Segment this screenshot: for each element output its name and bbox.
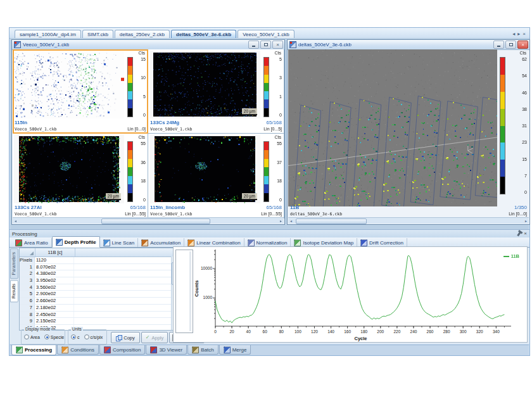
cell-value[interactable]: 3.950e02 xyxy=(35,277,74,284)
horizontal-scrollbar[interactable]: ◂ ▸ xyxy=(288,217,529,224)
row-label: 7 xyxy=(20,305,35,311)
file-name: deltas_500eV_3e-6.ckb xyxy=(290,211,342,217)
ion-image[interactable] xyxy=(14,51,124,118)
processing-tab-depth-profile[interactable]: Depth Profile xyxy=(52,236,100,248)
processing-tab-line-scan[interactable]: Line Scan xyxy=(100,238,139,247)
table-column-header[interactable]: 11B [c] xyxy=(35,248,75,256)
module-tab-merge[interactable]: Merge xyxy=(219,345,251,355)
pin-icon[interactable] xyxy=(517,231,521,236)
display-mode-option-area[interactable]: Area xyxy=(24,334,40,339)
scroll-left-icon[interactable]: ◂ xyxy=(288,218,294,223)
table-corner-cell[interactable] xyxy=(20,248,35,256)
image-panel[interactable]: Cts553718020 µm115In_lincomb65/168Veeco_… xyxy=(148,134,284,218)
table-row[interactable]: Pixels1120 xyxy=(20,257,178,264)
cell-value[interactable]: 2.450e02 xyxy=(35,312,74,318)
processing-panel-title: Processing xyxy=(12,231,37,237)
close-button[interactable]: × xyxy=(272,41,283,49)
table-row[interactable]: 92.150e02 xyxy=(20,318,178,325)
tab-scroll-left-icon[interactable]: ◂ xyxy=(512,31,515,37)
scroll-right-icon[interactable]: ▸ xyxy=(523,218,529,223)
minimize-button[interactable] xyxy=(248,41,259,49)
cell-value[interactable]: 3.560e02 xyxy=(35,284,74,291)
cell-value[interactable]: 8.070e02 xyxy=(35,264,74,270)
scrollbar-thumb[interactable] xyxy=(296,218,367,224)
units-option-c[interactable]: c xyxy=(71,334,80,339)
image-panel[interactable]: Cts151050115InVeeco_500eV_1.ckbLin [0...… xyxy=(13,49,148,134)
module-tab-composition[interactable]: Composition xyxy=(99,345,145,355)
document-tab[interactable]: SIMT.ckb xyxy=(82,30,113,38)
cycle-fraction: 1/350 xyxy=(514,205,527,211)
scrollbar-thumb[interactable] xyxy=(101,218,210,224)
merge-icon xyxy=(224,346,231,353)
radio-icon[interactable] xyxy=(44,334,49,339)
close-icon[interactable]: × xyxy=(524,231,527,236)
left-window-title-bar[interactable]: Veeco_500eV_1.ckb × xyxy=(12,40,284,50)
units-label: Units xyxy=(71,327,83,331)
scroll-right-icon[interactable]: ▸ xyxy=(278,218,284,223)
table-row[interactable]: 62.660e02 xyxy=(20,298,178,305)
display-mode-option-specie[interactable]: Specie xyxy=(44,334,64,339)
processing-tab-isotope-deviation-map[interactable]: Isotope Deviation Map xyxy=(291,238,357,247)
processing-tab-accumulation[interactable]: Accumulation xyxy=(138,238,184,247)
table-row[interactable]: 43.560e02 xyxy=(20,284,178,291)
document-tab[interactable]: deltas_250ev_2.ckb xyxy=(115,30,170,38)
scale-tick-label: 46 xyxy=(507,91,527,95)
cell-value[interactable]: 1120 xyxy=(35,257,74,263)
processing-tab-normalization[interactable]: Normalization xyxy=(244,238,291,247)
tab-close-icon[interactable]: × xyxy=(522,31,526,37)
cell-value[interactable]: 2.660e02 xyxy=(35,298,74,304)
row-label: 4 xyxy=(20,284,35,291)
tab-scroll-right-icon[interactable]: ▸ xyxy=(517,31,520,37)
document-tab[interactable]: Veeco_500eV_1.ckb xyxy=(238,30,294,38)
processing-tab-drift-correction[interactable]: Drift Correction xyxy=(357,238,407,247)
radio-icon[interactable] xyxy=(84,334,89,339)
side-tab-results[interactable]: Results xyxy=(10,280,18,302)
table-row[interactable]: 33.950e02 xyxy=(20,277,178,284)
module-tab-bar: ProcessingConditionsComposition3D Viewer… xyxy=(10,345,529,355)
module-tab-conditions[interactable]: Conditions xyxy=(57,345,99,355)
document-tab[interactable]: sample1_1000Ar_dp4.im xyxy=(15,30,81,38)
image-panel-grid: Cts151050115InVeeco_500eV_1.ckbLin [0...… xyxy=(13,49,284,219)
copy-button[interactable]: Copy xyxy=(111,332,140,343)
scroll-left-icon[interactable]: ◂ xyxy=(13,218,18,223)
svg-text:220: 220 xyxy=(393,329,400,334)
chart-plot-area[interactable]: 1000100000204060801001201401601802002202… xyxy=(194,248,514,343)
table-row[interactable]: 82.450e02 xyxy=(20,312,178,319)
table-row[interactable]: 52.900e02 xyxy=(20,291,178,298)
apply-button[interactable]: ✓ Apply xyxy=(141,332,168,343)
cell-value[interactable]: 2.150e02 xyxy=(35,318,74,324)
module-tab-processing[interactable]: Processing xyxy=(11,345,56,355)
document-tab[interactable]: deltas_500eV_3e-6.ckb xyxy=(171,30,236,38)
module-tab-batch[interactable]: Batch xyxy=(187,345,218,355)
chart-side-pane[interactable] xyxy=(175,250,193,333)
cell-value[interactable]: 2.180e02 xyxy=(35,305,74,311)
module-tab-3d-viewer[interactable]: 3D Viewer xyxy=(146,345,187,355)
table-row[interactable]: 72.180e02 xyxy=(20,305,178,312)
conditions-icon xyxy=(61,346,68,353)
table-row[interactable]: 18.070e02 xyxy=(20,264,178,271)
maximize-button[interactable] xyxy=(260,41,271,49)
right-window-title-bar[interactable]: deltas_500eV_3e-6.ckb × xyxy=(288,40,529,50)
maximize-button[interactable] xyxy=(505,41,516,49)
table-row[interactable]: 24.380e02 xyxy=(20,270,178,277)
side-tab-parameters[interactable]: Parameters xyxy=(10,248,18,279)
cell-value[interactable]: 4.380e02 xyxy=(35,270,74,277)
x-axis-label: Cycle xyxy=(354,336,367,341)
image-panel[interactable]: Cts553618020 µm133Cs 27Al65/168Veeco_500… xyxy=(13,134,148,218)
minimize-button[interactable] xyxy=(493,41,504,49)
units-option-cspix[interactable]: c/s/pix xyxy=(84,334,103,339)
radio-icon[interactable] xyxy=(71,334,76,339)
horizontal-scrollbar[interactable]: ◂ ▸ xyxy=(13,217,284,224)
radio-icon[interactable] xyxy=(24,334,29,339)
processing-tab-area-ratio[interactable]: Area Ratio xyxy=(12,238,52,247)
svg-text:100: 100 xyxy=(294,329,301,334)
scale-tick-label: 0 xyxy=(270,113,282,117)
cell-value[interactable]: 2.900e02 xyxy=(35,291,74,297)
processing-tab-linear-combination[interactable]: Linear Combination xyxy=(184,238,244,247)
image-panel[interactable]: Cts531020 µm133Cs 24Mg65/168Veeco_500eV_… xyxy=(148,49,284,134)
table-header[interactable]: 11B [c] xyxy=(20,248,178,257)
close-button[interactable]: × xyxy=(517,41,528,49)
scale-tick-label: 7 xyxy=(507,174,527,178)
isotope-deviation-map-icon xyxy=(294,239,301,246)
3d-render-view[interactable] xyxy=(288,49,497,206)
